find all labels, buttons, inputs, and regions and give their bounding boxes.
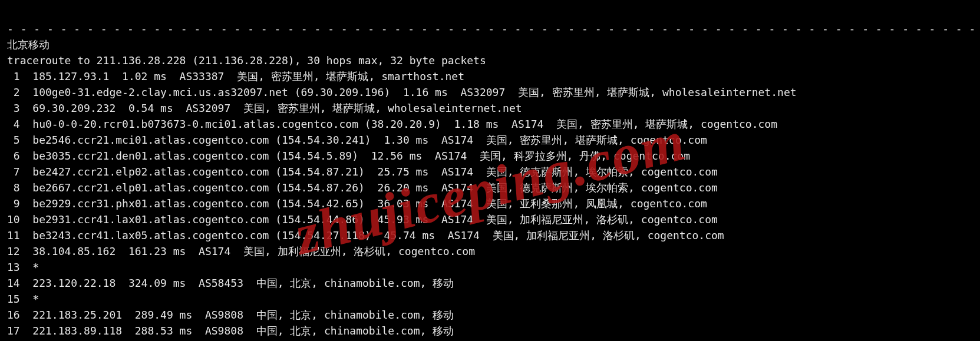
trace-header: traceroute to 211.136.28.228 (211.136.28… <box>7 54 486 67</box>
hops-list: 1 185.127.93.1 1.02 ms AS33387 美国, 密苏里州,… <box>7 68 973 339</box>
terminal-output: - - - - - - - - - - - - - - - - - - - - … <box>0 0 980 341</box>
trace-title: 北京移动 <box>7 38 50 51</box>
separator-line: - - - - - - - - - - - - - - - - - - - - … <box>7 22 980 35</box>
